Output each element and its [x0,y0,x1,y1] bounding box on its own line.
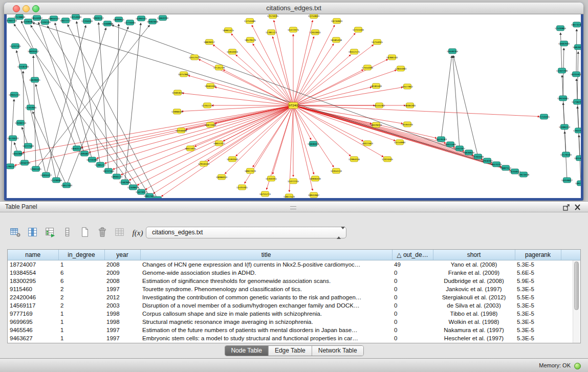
table-row[interactable]: 1872400712008Changes of HCN gene express… [8,260,580,269]
table-vertical-scrollbar[interactable] [573,260,580,343]
combo-stepper-icon [337,229,341,236]
network-table-select[interactable]: citations_edges.txt [146,227,346,238]
close-panel-icon[interactable] [574,204,582,211]
graph-node-label: 15950004 [227,51,238,53]
tab-network-table[interactable]: Network Table [312,346,363,356]
graph-edge [293,105,314,174]
import-table-icon[interactable] [43,226,57,240]
graph-edge [31,25,141,192]
column-header-title[interactable]: title [140,250,392,260]
table-row[interactable]: 1456911722003Disruption of a novel membe… [8,301,580,310]
window-title: citations_edges.txt [4,3,583,14]
network-canvas[interactable]: 2036073312128800153360851854400211104100… [7,14,581,198]
function-builder-icon[interactable]: f(x) [129,226,146,240]
memory-status-label[interactable]: Memory: OK [539,359,571,372]
graph-node-label: 16164104 [402,123,413,126]
graph-edge [293,55,351,105]
graph-node-label: 19318472 [574,157,581,160]
graph-edge [67,27,128,185]
table-row[interactable]: 911546021997Tourette syndrome. Phenomeno… [8,285,580,293]
float-panel-icon[interactable] [562,204,571,211]
graph-edge [293,45,374,105]
graph-node-label: 13687514 [500,167,511,169]
graph-node-label: 17204040 [81,20,93,23]
graph-node-label: 10481824 [172,92,183,94]
table-panel-body: f(x) citations_edges.txt name in_degree … [0,212,588,358]
table-mode-icon[interactable] [8,226,23,240]
graph-node-label: 20360733 [7,19,17,22]
graph-node-label: 12610651 [310,31,321,34]
network-graph[interactable]: 2036073312128800153360851854400211104100… [7,14,581,198]
window-titlebar[interactable]: citations_edges.txt [4,3,583,14]
graph-edge [113,105,293,169]
graph-node-label: 19029033 [371,124,382,126]
column-header-filler [561,250,580,260]
create-table-icon[interactable] [78,226,92,240]
graph-edge [76,21,100,165]
graph-node-label: 14568888 [102,23,113,25]
graph-node-label: 11385277 [95,164,106,166]
column-header-name[interactable]: name [8,250,58,260]
graph-node-label: 16859047 [573,46,581,49]
table-row[interactable]: 1938455462009Genome-wide association stu… [8,269,580,277]
table-row[interactable]: 946554611997Estimation of the future num… [8,326,580,334]
graph-edge [21,21,77,148]
graph-node-label: 18600452 [28,50,39,53]
graph-node-label: 17845083 [395,68,406,70]
graph-node-label: 16043888 [12,152,24,155]
table-row[interactable]: 977716911998Corpus callosum shape and si… [8,310,580,318]
tab-edge-table[interactable]: Edge Table [269,346,312,356]
column-header-short[interactable]: short [433,250,515,260]
graph-node-label: 15237101 [10,45,21,48]
graph-node-label: 15738291 [572,101,581,103]
graph-node-label: 16839001 [29,79,40,81]
graph-node-label: 13354110 [331,170,342,172]
graph-edge [161,105,293,196]
table-row[interactable]: 969969511998Structural magnetic resonanc… [8,318,580,326]
graph-node-label: 13877520 [284,195,295,198]
graph-edge [293,87,372,105]
table-disabled-icon[interactable] [113,226,127,240]
tab-node-table[interactable]: Node Table [225,346,269,356]
show-columns-icon[interactable] [26,226,40,240]
graph-edge [293,105,473,156]
graph-node-label: 15904422 [40,174,52,177]
column-header-year[interactable]: year [104,250,140,260]
scrollbar-thumb[interactable] [574,261,579,310]
panel-drag-handle[interactable] [290,206,296,209]
graph-edge [36,25,149,169]
graph-node-label: 12916503 [198,163,209,165]
column-header-pagerank[interactable]: pagerank [515,250,561,260]
graph-node-label: 12128800 [14,16,25,18]
graph-node-label: 12176504 [560,154,572,156]
graph-edge [293,44,334,105]
graph-node-label: 18945962 [308,194,319,196]
column-header-out-degree[interactable]: △ out_de… [392,250,433,260]
table-row[interactable]: 946362711997Embryonic stem cells: a mode… [8,334,580,342]
memory-status-indicator[interactable] [574,363,581,369]
graph-node-label: 18205976 [571,73,581,76]
graph-edge [293,59,388,105]
network-table-select-value: citations_edges.txt [152,227,203,238]
table-row[interactable]: 1830029562008Estimation of significance … [8,277,580,285]
graph-edge [560,33,562,71]
table-panel-header[interactable]: Table Panel [0,201,588,212]
table-panel-title: Table Panel [5,202,37,213]
graph-node-label: 12958361 [482,160,493,162]
graph-node-label: 10193340 [227,158,238,161]
graph-edge [117,24,119,177]
table-toolbar: f(x) citations_edges.txt [0,225,588,243]
graph-node-label: 15336085 [23,20,34,23]
graph-node-label: 12774004 [124,21,136,24]
graph-node-label: 16720398 [86,159,98,161]
graph-node-label: 17265900 [25,106,36,109]
graph-node-label: 14836920 [463,151,474,154]
graph-node-label: 10930222 [93,17,104,19]
column-header-in-degree[interactable]: in_degree [58,250,104,260]
table-row[interactable]: 2242004622012Investigating the contribut… [8,293,580,301]
delete-table-icon[interactable] [95,226,110,240]
graph-node-label: 11254469 [244,20,255,23]
graph-node-label: 16844333 [48,17,59,20]
row-height-icon[interactable] [60,226,75,240]
graph-node-label: 17438066 [51,179,62,182]
